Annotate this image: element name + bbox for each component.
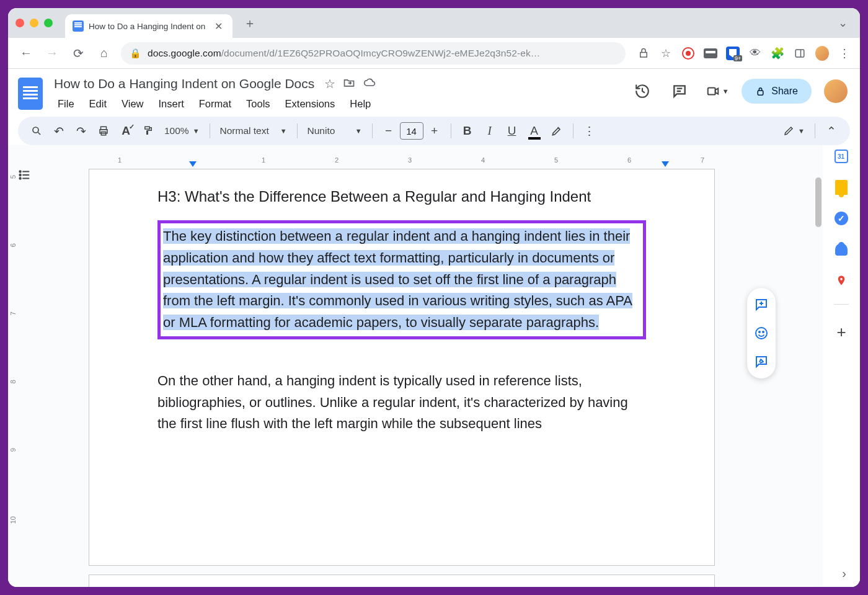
redo-button[interactable]: ↷: [71, 121, 91, 141]
more-toolbar-button[interactable]: ⋮: [580, 121, 600, 141]
horizontal-ruler[interactable]: 1 1 2 3 4 5 6 7: [89, 156, 730, 169]
address-bar[interactable]: 🔒 docs.google.com/document/d/1EZ6Q52PROa…: [121, 42, 626, 65]
italic-button[interactable]: I: [480, 121, 500, 141]
spellcheck-button[interactable]: A✓: [116, 121, 136, 141]
font-size-input[interactable]: 14: [400, 122, 423, 140]
close-window-button[interactable]: [16, 19, 24, 27]
svg-point-16: [19, 177, 20, 179]
first-line-indent-marker[interactable]: [189, 161, 197, 167]
paint-format-button[interactable]: [138, 121, 158, 141]
svg-point-14: [19, 174, 20, 176]
keep-sidepanel-button[interactable]: [834, 180, 849, 195]
heading-text: H3: What's the Difference Between a Regu…: [157, 188, 646, 205]
docs-header: How to Do a Hanging Indent on Google Doc…: [8, 69, 860, 113]
undo-button[interactable]: ↶: [49, 121, 69, 141]
share-button-label: Share: [771, 86, 798, 97]
body-paragraph[interactable]: On the other hand, a hanging indent is t…: [157, 370, 646, 435]
new-tab-button[interactable]: ＋: [244, 15, 256, 32]
document-page-next[interactable]: [89, 575, 715, 587]
side-panel-rail: ✓ +: [823, 145, 860, 587]
print-button[interactable]: [94, 121, 113, 141]
add-comment-button[interactable]: [752, 295, 771, 314]
tab-title: How to Do a Hanging Indent on: [89, 22, 207, 31]
account-avatar-button[interactable]: [824, 79, 848, 103]
annotation-highlight-box: The key distinction between a regular in…: [157, 220, 646, 339]
menu-help[interactable]: Help: [343, 95, 377, 113]
menu-edit[interactable]: Edit: [83, 95, 113, 113]
menu-format[interactable]: Format: [193, 95, 237, 113]
version-history-button[interactable]: [630, 79, 655, 104]
star-document-button[interactable]: ☆: [324, 76, 335, 91]
browser-toolbar: ← → ⟳ ⌂ 🔒 docs.google.com/document/d/1EZ…: [8, 38, 860, 69]
floating-comment-toolbar: [747, 288, 776, 378]
font-size-decrease-button[interactable]: −: [379, 121, 399, 141]
contacts-sidepanel-button[interactable]: [834, 242, 849, 257]
document-status-cloud-icon[interactable]: [363, 76, 376, 92]
svg-line-7: [38, 132, 40, 135]
svg-point-22: [763, 331, 764, 333]
close-tab-button[interactable]: ✕: [212, 19, 225, 34]
share-page-button[interactable]: [637, 47, 650, 60]
extension-ublock-icon[interactable]: [681, 47, 695, 60]
paragraph-style-select[interactable]: Normal text▼: [216, 125, 291, 136]
show-side-panel-button[interactable]: ›: [842, 566, 846, 581]
svg-point-21: [759, 331, 760, 333]
document-page[interactable]: H3: What's the Difference Between a Regu…: [89, 169, 715, 566]
docs-logo-icon[interactable]: [18, 78, 43, 110]
svg-point-23: [840, 278, 843, 280]
right-indent-marker[interactable]: [662, 161, 669, 167]
profile-avatar-button[interactable]: [815, 47, 829, 60]
selected-paragraph[interactable]: The key distinction between a regular in…: [163, 228, 632, 330]
share-button[interactable]: Share: [742, 79, 812, 104]
extension-eye-icon[interactable]: 👁: [748, 47, 762, 60]
home-button[interactable]: ⌂: [95, 44, 113, 63]
tasks-sidepanel-button[interactable]: ✓: [834, 211, 849, 226]
comments-button[interactable]: [667, 79, 692, 104]
menu-extensions[interactable]: Extensions: [279, 95, 342, 113]
collapse-toolbar-button[interactable]: ⌃: [822, 121, 841, 141]
zoom-select[interactable]: 100%▼: [161, 125, 203, 136]
svg-point-12: [19, 171, 20, 172]
extensions-puzzle-button[interactable]: 🧩: [771, 47, 784, 60]
reload-button[interactable]: ⟳: [69, 44, 87, 63]
svg-rect-5: [758, 91, 764, 95]
move-document-button[interactable]: [343, 76, 355, 92]
menu-file[interactable]: File: [51, 95, 81, 113]
text-color-button[interactable]: A: [525, 121, 544, 141]
calendar-sidepanel-button[interactable]: [834, 149, 849, 164]
add-emoji-reaction-button[interactable]: [752, 324, 771, 342]
vertical-ruler[interactable]: 5 6 7 8 9 10: [8, 169, 19, 587]
forward-button[interactable]: →: [43, 44, 61, 63]
minimize-window-button[interactable]: [30, 19, 38, 27]
side-panel-button[interactable]: [793, 47, 807, 60]
lock-icon: 🔒: [130, 48, 141, 59]
suggest-edits-button[interactable]: [752, 352, 771, 371]
font-size-increase-button[interactable]: +: [425, 121, 445, 141]
rail-separator: [834, 304, 849, 305]
highlight-color-button[interactable]: [547, 121, 567, 141]
menu-tools[interactable]: Tools: [240, 95, 277, 113]
search-menus-button[interactable]: [27, 121, 46, 141]
document-title-input[interactable]: How to Do a Hanging Indent on Google Doc…: [51, 75, 317, 92]
get-addons-button[interactable]: +: [834, 324, 849, 339]
chrome-menu-button[interactable]: ⋮: [838, 47, 851, 60]
docs-favicon: [73, 20, 84, 32]
font-family-select[interactable]: Nunito▼: [304, 125, 366, 136]
maps-sidepanel-button[interactable]: [834, 273, 849, 288]
back-button[interactable]: ←: [17, 44, 35, 63]
menu-view[interactable]: View: [115, 95, 149, 113]
meet-button[interactable]: ▼: [704, 79, 729, 104]
maximize-window-button[interactable]: [44, 19, 53, 27]
bookmark-star-button[interactable]: ☆: [659, 47, 673, 60]
vertical-scrollbar-thumb[interactable]: [815, 177, 822, 227]
browser-tab-active[interactable]: How to Do a Hanging Indent on ✕: [65, 14, 232, 38]
tabs-dropdown-button[interactable]: ⌄: [838, 16, 848, 30]
extension-bitwarden-icon[interactable]: 9+: [726, 47, 740, 60]
menu-insert[interactable]: Insert: [153, 95, 190, 113]
editing-mode-button[interactable]: ▼: [779, 125, 808, 136]
menu-bar: File Edit View Insert Format Tools Exten…: [51, 95, 621, 113]
svg-point-20: [756, 328, 767, 339]
extension-ninja-icon[interactable]: [704, 47, 717, 60]
bold-button[interactable]: B: [458, 121, 477, 141]
underline-button[interactable]: U: [502, 121, 522, 141]
